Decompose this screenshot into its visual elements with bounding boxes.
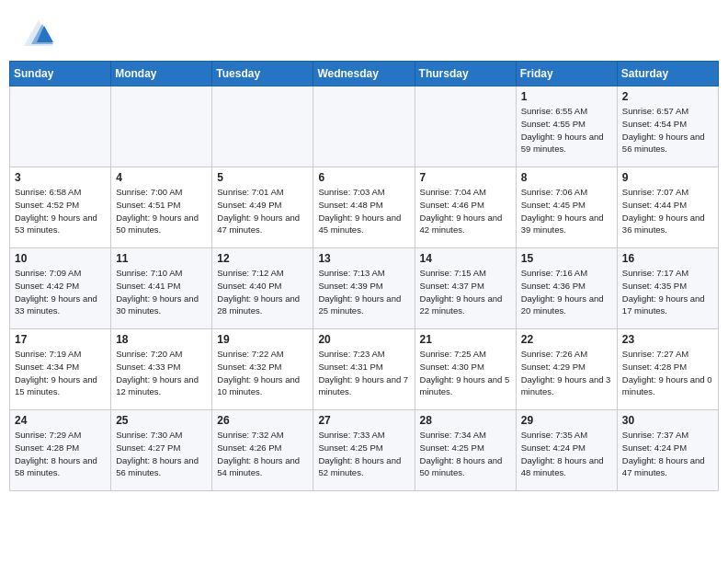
day-detail: Sunrise: 7:35 AM Sunset: 4:24 PM Dayligh… [521,429,612,479]
calendar-cell: 16Sunrise: 7:17 AM Sunset: 4:35 PM Dayli… [617,248,718,329]
calendar-cell: 3Sunrise: 6:58 AM Sunset: 4:52 PM Daylig… [10,167,111,248]
weekday-header-monday: Monday [111,62,212,86]
day-number: 17 [15,333,106,346]
day-detail: Sunrise: 6:58 AM Sunset: 4:52 PM Dayligh… [15,186,106,236]
calendar-week-4: 17Sunrise: 7:19 AM Sunset: 4:34 PM Dayli… [10,329,719,410]
calendar-body: 1Sunrise: 6:55 AM Sunset: 4:55 PM Daylig… [10,86,719,491]
calendar-cell: 12Sunrise: 7:12 AM Sunset: 4:40 PM Dayli… [212,248,313,329]
day-number: 12 [217,252,308,265]
calendar-cell: 10Sunrise: 7:09 AM Sunset: 4:42 PM Dayli… [10,248,111,329]
calendar-cell [10,86,111,167]
calendar-cell: 19Sunrise: 7:22 AM Sunset: 4:32 PM Dayli… [212,329,313,410]
calendar-cell: 20Sunrise: 7:23 AM Sunset: 4:31 PM Dayli… [313,329,415,410]
calendar-cell: 18Sunrise: 7:20 AM Sunset: 4:33 PM Dayli… [111,329,212,410]
day-number: 23 [622,333,713,346]
day-number: 11 [116,252,207,265]
weekday-header-sunday: Sunday [10,62,111,86]
day-detail: Sunrise: 7:09 AM Sunset: 4:42 PM Dayligh… [15,267,106,317]
calendar: SundayMondayTuesdayWednesdayThursdayFrid… [0,61,728,563]
day-detail: Sunrise: 7:01 AM Sunset: 4:49 PM Dayligh… [217,186,308,236]
day-detail: Sunrise: 7:33 AM Sunset: 4:25 PM Dayligh… [318,429,409,479]
day-number: 7 [420,171,511,184]
day-number: 30 [622,414,713,427]
day-number: 10 [15,252,106,265]
day-number: 24 [15,414,106,427]
day-detail: Sunrise: 6:55 AM Sunset: 4:55 PM Dayligh… [521,105,612,155]
day-number: 13 [318,252,409,265]
calendar-week-1: 1Sunrise: 6:55 AM Sunset: 4:55 PM Daylig… [10,86,719,167]
day-number: 1 [521,90,612,103]
day-detail: Sunrise: 7:32 AM Sunset: 4:26 PM Dayligh… [217,429,308,479]
calendar-week-3: 10Sunrise: 7:09 AM Sunset: 4:42 PM Dayli… [10,248,719,329]
calendar-table: SundayMondayTuesdayWednesdayThursdayFrid… [9,61,719,491]
calendar-cell: 26Sunrise: 7:32 AM Sunset: 4:26 PM Dayli… [212,410,313,491]
day-number: 21 [420,333,511,346]
day-detail: Sunrise: 7:06 AM Sunset: 4:45 PM Dayligh… [521,186,612,236]
day-number: 3 [15,171,106,184]
day-number: 6 [318,171,409,184]
logo [20,17,59,52]
day-number: 15 [521,252,612,265]
calendar-cell: 29Sunrise: 7:35 AM Sunset: 4:24 PM Dayli… [516,410,617,491]
header [0,0,728,61]
calendar-cell: 7Sunrise: 7:04 AM Sunset: 4:46 PM Daylig… [415,167,516,248]
calendar-header: SundayMondayTuesdayWednesdayThursdayFrid… [10,62,719,86]
calendar-cell [111,86,212,167]
calendar-cell: 23Sunrise: 7:27 AM Sunset: 4:28 PM Dayli… [617,329,718,410]
day-number: 5 [217,171,308,184]
day-detail: Sunrise: 7:03 AM Sunset: 4:48 PM Dayligh… [318,186,409,236]
calendar-cell: 22Sunrise: 7:26 AM Sunset: 4:29 PM Dayli… [516,329,617,410]
calendar-cell: 28Sunrise: 7:34 AM Sunset: 4:25 PM Dayli… [415,410,516,491]
day-detail: Sunrise: 7:27 AM Sunset: 4:28 PM Dayligh… [622,348,713,398]
calendar-cell: 24Sunrise: 7:29 AM Sunset: 4:28 PM Dayli… [10,410,111,491]
calendar-cell: 27Sunrise: 7:33 AM Sunset: 4:25 PM Dayli… [313,410,415,491]
day-detail: Sunrise: 7:23 AM Sunset: 4:31 PM Dayligh… [318,348,409,398]
day-detail: Sunrise: 7:25 AM Sunset: 4:30 PM Dayligh… [420,348,511,398]
day-detail: Sunrise: 7:20 AM Sunset: 4:33 PM Dayligh… [116,348,207,398]
calendar-cell: 13Sunrise: 7:13 AM Sunset: 4:39 PM Dayli… [313,248,415,329]
day-detail: Sunrise: 7:15 AM Sunset: 4:37 PM Dayligh… [420,267,511,317]
day-detail: Sunrise: 6:57 AM Sunset: 4:54 PM Dayligh… [622,105,713,155]
page: SundayMondayTuesdayWednesdayThursdayFrid… [0,0,728,563]
calendar-cell: 17Sunrise: 7:19 AM Sunset: 4:34 PM Dayli… [10,329,111,410]
day-number: 18 [116,333,207,346]
day-number: 27 [318,414,409,427]
day-detail: Sunrise: 7:34 AM Sunset: 4:25 PM Dayligh… [420,429,511,479]
day-number: 9 [622,171,713,184]
weekday-header-wednesday: Wednesday [313,62,415,86]
calendar-cell: 21Sunrise: 7:25 AM Sunset: 4:30 PM Dayli… [415,329,516,410]
day-number: 4 [116,171,207,184]
day-number: 26 [217,414,308,427]
day-number: 28 [420,414,511,427]
day-number: 25 [116,414,207,427]
calendar-cell: 1Sunrise: 6:55 AM Sunset: 4:55 PM Daylig… [516,86,617,167]
day-number: 8 [521,171,612,184]
calendar-week-5: 24Sunrise: 7:29 AM Sunset: 4:28 PM Dayli… [10,410,719,491]
day-detail: Sunrise: 7:29 AM Sunset: 4:28 PM Dayligh… [15,429,106,479]
calendar-cell: 11Sunrise: 7:10 AM Sunset: 4:41 PM Dayli… [111,248,212,329]
calendar-cell: 30Sunrise: 7:37 AM Sunset: 4:24 PM Dayli… [617,410,718,491]
day-detail: Sunrise: 7:19 AM Sunset: 4:34 PM Dayligh… [15,348,106,398]
calendar-cell [313,86,415,167]
day-number: 2 [622,90,713,103]
day-detail: Sunrise: 7:26 AM Sunset: 4:29 PM Dayligh… [521,348,612,398]
day-number: 14 [420,252,511,265]
calendar-cell: 5Sunrise: 7:01 AM Sunset: 4:49 PM Daylig… [212,167,313,248]
weekday-header-thursday: Thursday [415,62,516,86]
day-detail: Sunrise: 7:04 AM Sunset: 4:46 PM Dayligh… [420,186,511,236]
day-detail: Sunrise: 7:10 AM Sunset: 4:41 PM Dayligh… [116,267,207,317]
calendar-cell: 4Sunrise: 7:00 AM Sunset: 4:51 PM Daylig… [111,167,212,248]
day-number: 16 [622,252,713,265]
calendar-cell: 15Sunrise: 7:16 AM Sunset: 4:36 PM Dayli… [516,248,617,329]
day-number: 22 [521,333,612,346]
day-detail: Sunrise: 7:12 AM Sunset: 4:40 PM Dayligh… [217,267,308,317]
day-detail: Sunrise: 7:17 AM Sunset: 4:35 PM Dayligh… [622,267,713,317]
calendar-cell [212,86,313,167]
calendar-week-2: 3Sunrise: 6:58 AM Sunset: 4:52 PM Daylig… [10,167,719,248]
day-detail: Sunrise: 7:13 AM Sunset: 4:39 PM Dayligh… [318,267,409,317]
calendar-cell: 9Sunrise: 7:07 AM Sunset: 4:44 PM Daylig… [617,167,718,248]
day-detail: Sunrise: 7:07 AM Sunset: 4:44 PM Dayligh… [622,186,713,236]
weekday-header-tuesday: Tuesday [212,62,313,86]
day-number: 29 [521,414,612,427]
day-number: 20 [318,333,409,346]
